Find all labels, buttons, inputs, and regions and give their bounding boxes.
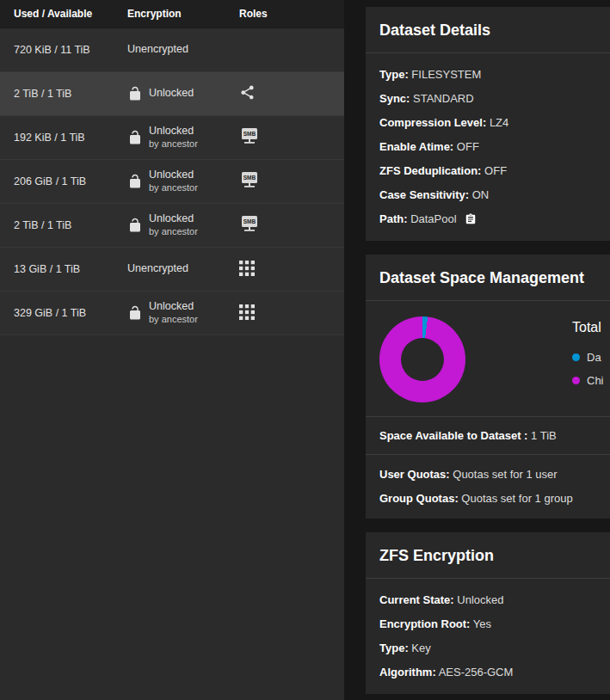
table-row[interactable]: 206 GiB / 1 TiB Unlocked by ancestor SMB — [0, 160, 344, 204]
detail-field: ZFS Deduplication: OFF — [379, 164, 610, 177]
space-management-card: Dataset Space Management Total Da Chi Sp… — [366, 255, 610, 519]
card-title: ZFS Encryption — [366, 532, 610, 579]
encryption-state: Unlocked — [149, 87, 194, 101]
copy-path-icon[interactable] — [465, 213, 477, 225]
encryption-state: Unlocked — [149, 300, 198, 314]
card-title: Dataset Space Management — [366, 255, 610, 301]
group-quotas-line: Group Quotas: Quotas set for 1 group — [379, 492, 610, 505]
unlock-icon — [127, 130, 143, 145]
column-encryption[interactable]: Encryption — [127, 8, 239, 20]
unlock-icon — [127, 174, 143, 189]
svg-text:SMB: SMB — [243, 131, 256, 137]
space-donut — [379, 316, 465, 402]
zfs-encryption-card: ZFS Encryption Current State: Unlocked E… — [366, 532, 610, 694]
encryption-state: Unlocked — [149, 212, 198, 226]
details-panel: Dataset Details Type: FILESYSTEM Sync: S… — [366, 0, 610, 700]
detail-field: Sync: STANDARD — [379, 92, 610, 105]
datasets-table: Used / Available Encryption Roles 720 Ki… — [0, 0, 344, 700]
detail-field: Current State: Unlocked — [379, 593, 610, 606]
detail-field: Encryption Root: Yes — [379, 617, 610, 630]
encryption-sub: by ancestor — [149, 138, 198, 150]
user-quotas-line: User Quotas: Quotas set for 1 user — [379, 468, 610, 481]
legend-dot — [572, 353, 580, 361]
roles-cell — [239, 261, 344, 279]
detail-field: Type: FILESYSTEM — [379, 68, 610, 81]
encryption-sub: by ancestor — [149, 226, 198, 238]
detail-field: Type: Key — [379, 642, 610, 654]
detail-field: Case Sensitivity: ON — [379, 188, 610, 201]
table-row[interactable]: 329 GiB / 1 TiB Unlocked by ancestor — [0, 292, 344, 335]
column-roles[interactable]: Roles — [239, 8, 344, 20]
space-available-line: Space Available to Dataset : 1 TiB — [366, 416, 610, 454]
used-available-value: 13 GiB / 1 TiB — [0, 263, 127, 275]
table-row[interactable]: 720 KiB / 11 TiB Unencrypted — [0, 28, 344, 72]
card-title: Dataset Details — [366, 7, 610, 53]
quotas-section: User Quotas: Quotas set for 1 user Group… — [366, 454, 610, 519]
smb-share-icon: SMB — [239, 215, 260, 234]
roles-cell — [239, 304, 344, 322]
legend-total-label: Total — [572, 320, 610, 335]
used-available-value: 192 KiB / 1 TiB — [0, 132, 127, 144]
roles-cell: SMB — [239, 215, 344, 236]
used-available-value: 329 GiB / 1 TiB — [0, 307, 127, 319]
unlock-icon — [127, 218, 143, 233]
used-available-value: 720 KiB / 11 TiB — [0, 44, 127, 56]
column-used-available[interactable]: Used / Available — [0, 8, 127, 20]
table-row[interactable]: 13 GiB / 1 TiB Unencrypted — [0, 248, 344, 292]
svg-text:SMB: SMB — [243, 175, 256, 181]
dataset-details-card: Dataset Details Type: FILESYSTEM Sync: S… — [366, 7, 610, 241]
share-icon — [239, 84, 256, 101]
path-field: Path: DataPool — [379, 212, 610, 225]
encryption-sub: by ancestor — [149, 182, 198, 194]
used-available-value: 206 GiB / 1 TiB — [0, 175, 127, 187]
apps-grid-icon — [239, 261, 255, 276]
smb-share-icon: SMB — [239, 171, 260, 190]
detail-field: Enable Atime: OFF — [379, 140, 610, 153]
encryption-state: Unencrypted — [127, 43, 188, 57]
svg-text:SMB: SMB — [243, 218, 256, 224]
donut-legend: Total Da Chi — [572, 316, 610, 397]
table-header: Used / Available Encryption Roles — [0, 0, 344, 28]
legend-dot — [572, 377, 580, 384]
roles-cell — [239, 84, 344, 103]
legend-item: Da — [572, 351, 610, 364]
encryption-state: Unencrypted — [127, 262, 188, 276]
smb-share-icon: SMB — [239, 127, 260, 146]
roles-cell: SMB — [239, 127, 344, 149]
apps-grid-icon — [239, 304, 255, 320]
table-row[interactable]: 2 TiB / 1 TiB Unlocked — [0, 72, 344, 116]
encryption-state: Unlocked — [149, 169, 198, 182]
detail-field: Algorithm: AES-256-GCM — [379, 666, 610, 679]
roles-cell: SMB — [239, 171, 344, 193]
detail-field: Compression Level: LZ4 — [379, 116, 610, 129]
unlock-icon — [127, 86, 143, 101]
table-row[interactable]: 192 KiB / 1 TiB Unlocked by ancestor SMB — [0, 116, 344, 160]
used-available-value: 2 TiB / 1 TiB — [0, 219, 127, 231]
unlock-icon — [127, 305, 143, 321]
encryption-sub: by ancestor — [149, 314, 198, 326]
used-available-value: 2 TiB / 1 TiB — [0, 88, 127, 100]
table-row[interactable]: 2 TiB / 1 TiB Unlocked by ancestor SMB — [0, 204, 344, 248]
encryption-state: Unlocked — [149, 125, 198, 138]
legend-item: Chi — [572, 374, 610, 387]
